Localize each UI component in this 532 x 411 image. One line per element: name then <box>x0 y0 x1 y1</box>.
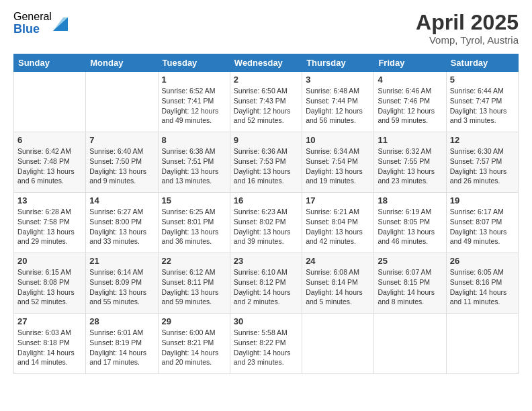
location: Vomp, Tyrol, Austria <box>416 34 519 46</box>
calendar-cell: 9Sunrise: 6:36 AM Sunset: 7:53 PM Daylig… <box>230 132 302 193</box>
day-info: Sunrise: 6:46 AM Sunset: 7:46 PM Dayligh… <box>378 86 442 126</box>
calendar-cell <box>446 314 518 374</box>
calendar-header-sunday: Sunday <box>14 54 86 72</box>
day-info: Sunrise: 6:42 AM Sunset: 7:48 PM Dayligh… <box>17 146 82 186</box>
day-number: 19 <box>450 195 515 205</box>
logo: General Blue <box>13 11 68 36</box>
day-info: Sunrise: 6:48 AM Sunset: 7:44 PM Dayligh… <box>306 86 370 126</box>
calendar-cell: 21Sunrise: 6:14 AM Sunset: 8:09 PM Dayli… <box>86 253 158 314</box>
calendar-header-friday: Friday <box>374 54 446 72</box>
calendar-cell: 3Sunrise: 6:48 AM Sunset: 7:44 PM Daylig… <box>302 72 374 132</box>
calendar-cell: 12Sunrise: 6:30 AM Sunset: 7:57 PM Dayli… <box>446 132 518 193</box>
day-number: 5 <box>450 75 515 85</box>
day-number: 15 <box>162 195 226 205</box>
day-info: Sunrise: 6:36 AM Sunset: 7:53 PM Dayligh… <box>234 146 298 186</box>
title-area: April 2025 Vomp, Tyrol, Austria <box>416 11 519 46</box>
day-number: 25 <box>378 256 442 266</box>
calendar-cell: 17Sunrise: 6:21 AM Sunset: 8:04 PM Dayli… <box>302 193 374 253</box>
calendar-cell: 1Sunrise: 6:52 AM Sunset: 7:41 PM Daylig… <box>158 72 230 132</box>
calendar-week-row: 20Sunrise: 6:15 AM Sunset: 8:08 PM Dayli… <box>14 253 519 314</box>
calendar-cell: 29Sunrise: 6:00 AM Sunset: 8:21 PM Dayli… <box>158 314 230 374</box>
calendar-cell: 28Sunrise: 6:01 AM Sunset: 8:19 PM Dayli… <box>86 314 158 374</box>
calendar-cell: 20Sunrise: 6:15 AM Sunset: 8:08 PM Dayli… <box>14 253 86 314</box>
calendar-cell: 18Sunrise: 6:19 AM Sunset: 8:05 PM Dayli… <box>374 193 446 253</box>
calendar-cell: 22Sunrise: 6:12 AM Sunset: 8:11 PM Dayli… <box>158 253 230 314</box>
page-container: General Blue April 2025 Vomp, Tyrol, Aus… <box>0 0 532 381</box>
day-info: Sunrise: 6:50 AM Sunset: 7:43 PM Dayligh… <box>234 86 298 126</box>
calendar-cell: 23Sunrise: 6:10 AM Sunset: 8:12 PM Dayli… <box>230 253 302 314</box>
day-number: 3 <box>306 75 370 85</box>
day-info: Sunrise: 6:28 AM Sunset: 7:58 PM Dayligh… <box>17 207 82 246</box>
day-number: 22 <box>162 256 226 266</box>
day-info: Sunrise: 6:12 AM Sunset: 8:11 PM Dayligh… <box>162 267 226 307</box>
day-info: Sunrise: 6:25 AM Sunset: 8:01 PM Dayligh… <box>162 207 226 246</box>
calendar-week-row: 6Sunrise: 6:42 AM Sunset: 7:48 PM Daylig… <box>14 132 519 193</box>
day-number: 11 <box>378 135 442 145</box>
calendar-header-monday: Monday <box>86 54 158 72</box>
day-number: 13 <box>17 195 82 205</box>
calendar-cell: 11Sunrise: 6:32 AM Sunset: 7:55 PM Dayli… <box>374 132 446 193</box>
calendar-cell <box>14 72 86 132</box>
calendar-week-row: 27Sunrise: 6:03 AM Sunset: 8:18 PM Dayli… <box>14 314 519 374</box>
day-number: 2 <box>234 75 298 85</box>
day-number: 7 <box>89 135 154 145</box>
day-info: Sunrise: 6:15 AM Sunset: 8:08 PM Dayligh… <box>17 267 82 307</box>
calendar-cell: 25Sunrise: 6:07 AM Sunset: 8:15 PM Dayli… <box>374 253 446 314</box>
calendar-cell: 5Sunrise: 6:44 AM Sunset: 7:47 PM Daylig… <box>446 72 518 132</box>
day-info: Sunrise: 6:32 AM Sunset: 7:55 PM Dayligh… <box>378 146 442 186</box>
calendar-cell: 13Sunrise: 6:28 AM Sunset: 7:58 PM Dayli… <box>14 193 86 253</box>
calendar-cell <box>302 314 374 374</box>
day-info: Sunrise: 6:21 AM Sunset: 8:04 PM Dayligh… <box>306 207 370 246</box>
calendar-week-row: 1Sunrise: 6:52 AM Sunset: 7:41 PM Daylig… <box>14 72 519 132</box>
day-info: Sunrise: 5:58 AM Sunset: 8:22 PM Dayligh… <box>234 328 298 367</box>
calendar-cell: 10Sunrise: 6:34 AM Sunset: 7:54 PM Dayli… <box>302 132 374 193</box>
calendar-header-thursday: Thursday <box>302 54 374 72</box>
day-number: 10 <box>306 135 370 145</box>
day-info: Sunrise: 6:19 AM Sunset: 8:05 PM Dayligh… <box>378 207 442 246</box>
header: General Blue April 2025 Vomp, Tyrol, Aus… <box>13 11 519 46</box>
day-number: 27 <box>17 316 82 326</box>
calendar-cell: 14Sunrise: 6:27 AM Sunset: 8:00 PM Dayli… <box>86 193 158 253</box>
day-info: Sunrise: 6:03 AM Sunset: 8:18 PM Dayligh… <box>17 328 82 367</box>
calendar-cell: 24Sunrise: 6:08 AM Sunset: 8:14 PM Dayli… <box>302 253 374 314</box>
day-number: 12 <box>450 135 515 145</box>
day-number: 21 <box>89 256 154 266</box>
day-number: 26 <box>450 256 515 266</box>
day-number: 6 <box>17 135 82 145</box>
calendar-header-wednesday: Wednesday <box>230 54 302 72</box>
calendar-cell <box>374 314 446 374</box>
calendar-header-saturday: Saturday <box>446 54 518 72</box>
day-info: Sunrise: 6:27 AM Sunset: 8:00 PM Dayligh… <box>89 207 154 246</box>
calendar-cell: 6Sunrise: 6:42 AM Sunset: 7:48 PM Daylig… <box>14 132 86 193</box>
day-info: Sunrise: 6:14 AM Sunset: 8:09 PM Dayligh… <box>89 267 154 307</box>
calendar-header-tuesday: Tuesday <box>158 54 230 72</box>
day-info: Sunrise: 6:08 AM Sunset: 8:14 PM Dayligh… <box>306 267 370 307</box>
day-number: 17 <box>306 195 370 205</box>
calendar-week-row: 13Sunrise: 6:28 AM Sunset: 7:58 PM Dayli… <box>14 193 519 253</box>
calendar-cell: 8Sunrise: 6:38 AM Sunset: 7:51 PM Daylig… <box>158 132 230 193</box>
day-info: Sunrise: 6:05 AM Sunset: 8:16 PM Dayligh… <box>450 267 515 307</box>
calendar-table: SundayMondayTuesdayWednesdayThursdayFrid… <box>13 54 519 374</box>
logo-blue: Blue <box>13 23 52 36</box>
logo-general: General <box>13 11 52 23</box>
day-info: Sunrise: 6:34 AM Sunset: 7:54 PM Dayligh… <box>306 146 370 186</box>
day-info: Sunrise: 6:17 AM Sunset: 8:07 PM Dayligh… <box>450 207 515 246</box>
calendar-cell: 19Sunrise: 6:17 AM Sunset: 8:07 PM Dayli… <box>446 193 518 253</box>
day-info: Sunrise: 6:30 AM Sunset: 7:57 PM Dayligh… <box>450 146 515 186</box>
day-number: 8 <box>162 135 226 145</box>
day-info: Sunrise: 6:40 AM Sunset: 7:50 PM Dayligh… <box>89 146 154 186</box>
svg-marker-1 <box>53 17 68 31</box>
calendar-cell: 26Sunrise: 6:05 AM Sunset: 8:16 PM Dayli… <box>446 253 518 314</box>
day-number: 4 <box>378 75 442 85</box>
day-number: 28 <box>89 316 154 326</box>
day-number: 23 <box>234 256 298 266</box>
calendar-header-row: SundayMondayTuesdayWednesdayThursdayFrid… <box>14 54 519 72</box>
day-number: 1 <box>162 75 226 85</box>
day-number: 16 <box>234 195 298 205</box>
day-number: 30 <box>234 316 298 326</box>
logo-icon <box>53 17 68 31</box>
day-info: Sunrise: 6:01 AM Sunset: 8:19 PM Dayligh… <box>89 328 154 367</box>
day-info: Sunrise: 6:23 AM Sunset: 8:02 PM Dayligh… <box>234 207 298 246</box>
calendar-cell <box>86 72 158 132</box>
calendar-cell: 2Sunrise: 6:50 AM Sunset: 7:43 PM Daylig… <box>230 72 302 132</box>
